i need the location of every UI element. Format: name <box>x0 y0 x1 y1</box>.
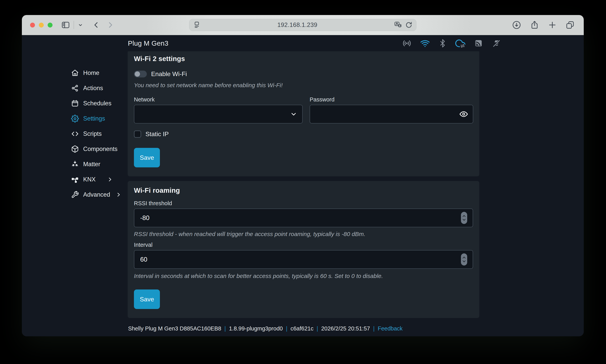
sidebar-item-scripts[interactable]: Scripts <box>71 126 128 142</box>
sidebar-item-label: Actions <box>83 85 103 92</box>
tab-overview-icon[interactable] <box>566 20 575 30</box>
number-stepper[interactable] <box>461 253 467 265</box>
sidebar-item-label: KNX <box>83 176 96 183</box>
wifi2-note: You need to set network name before enab… <box>134 82 473 89</box>
feedback-link[interactable]: Feedback <box>378 325 403 332</box>
chevron-down-icon <box>290 110 297 118</box>
wifi2-settings-card: Wi-Fi 2 settings Enable Wi-Fi You need t… <box>128 51 479 176</box>
close-window-button[interactable] <box>30 23 35 27</box>
gear-icon <box>71 115 79 122</box>
sidebar-item-advanced[interactable]: Advanced <box>71 187 128 202</box>
sidebar-item-label: Components <box>83 145 118 153</box>
cube-icon <box>71 145 79 153</box>
url-text[interactable]: 192.168.1.239 <box>201 21 394 28</box>
footer-separator: | <box>317 325 318 332</box>
card-title: Wi-Fi roaming <box>134 186 473 194</box>
matter-icon <box>71 160 79 168</box>
wifi-icon <box>420 39 430 48</box>
footer-separator: | <box>286 325 287 332</box>
zoom-window-button[interactable] <box>48 23 53 27</box>
forward-icon[interactable] <box>106 21 115 29</box>
sidebar-item-matter[interactable]: Matter <box>71 157 128 172</box>
static-ip-checkbox[interactable] <box>134 130 141 138</box>
shelly-app: Plug M Gen3 <box>22 35 584 336</box>
toolbar-divider <box>74 21 74 29</box>
eye-icon[interactable] <box>459 110 468 119</box>
cloud-sync-icon <box>455 38 465 48</box>
footer-firmware: 1.8.99-plugmg3prod0 <box>229 325 283 332</box>
translate-icon[interactable] <box>394 21 402 29</box>
network-label: Network <box>134 96 303 103</box>
interval-hint: Interval in seconds at which to scan for… <box>134 273 473 279</box>
wifi-roaming-card: Wi-Fi roaming RSSI threshold RSSI thresh… <box>128 181 479 318</box>
sidebar-item-label: Home <box>83 69 99 77</box>
rssi-threshold-input[interactable] <box>140 209 461 227</box>
code-icon <box>71 130 79 138</box>
enable-wifi-label: Enable Wi-Fi <box>151 70 187 78</box>
share-icon[interactable] <box>530 20 539 30</box>
reader-icon[interactable] <box>193 21 201 29</box>
knx-icon <box>71 176 79 183</box>
main-content: Wi-Fi 2 settings Enable Wi-Fi You need t… <box>128 51 479 336</box>
websocket-off-icon <box>492 39 501 48</box>
save-button[interactable]: Save <box>134 289 160 309</box>
back-icon[interactable] <box>92 21 101 29</box>
calendar-icon <box>71 100 79 107</box>
mqtt-icon <box>474 39 483 48</box>
sidebar-item-schedules[interactable]: Schedules <box>71 96 128 111</box>
status-icons <box>402 38 501 48</box>
card-title: Wi-Fi 2 settings <box>134 55 473 63</box>
sidebar-item-home[interactable]: Home <box>71 65 128 80</box>
sidebar-item-actions[interactable]: Actions <box>71 80 128 96</box>
save-button[interactable]: Save <box>134 148 160 167</box>
device-footer: Shelly Plug M Gen3 D885AC160EB8 | 1.8.99… <box>128 325 479 332</box>
wrench-icon <box>71 191 79 199</box>
reload-icon[interactable] <box>405 21 413 29</box>
sidebar-toggle-icon[interactable] <box>61 21 70 29</box>
bluetooth-icon <box>439 39 447 47</box>
sidebar-item-label: Settings <box>83 115 105 122</box>
sidebar-item-components[interactable]: Components <box>71 142 128 157</box>
address-bar[interactable]: 192.168.1.239 <box>189 19 417 31</box>
footer-separator: | <box>224 325 226 332</box>
minimize-window-button[interactable] <box>39 23 44 27</box>
rssi-hint: RSSI threshold - when reached will trigg… <box>134 231 473 237</box>
sidebar: Home Actions Schedules <box>22 51 128 336</box>
footer-separator: | <box>373 325 375 332</box>
tab-group-chevron-icon[interactable] <box>78 22 83 28</box>
sidebar-item-label: Schedules <box>83 100 111 107</box>
interval-label: Interval <box>134 242 473 248</box>
rssi-threshold-label: RSSI threshold <box>134 200 473 207</box>
footer-device-id: Shelly Plug M Gen3 D885AC160EB8 <box>128 325 221 332</box>
chevron-right-icon <box>116 192 121 198</box>
ap-icon <box>402 39 412 48</box>
browser-window: 192.168.1.239 <box>22 15 584 336</box>
footer-build: c6af621c <box>291 325 313 332</box>
static-ip-label: Static IP <box>146 130 169 138</box>
number-stepper[interactable] <box>461 212 467 224</box>
chevron-right-icon <box>107 177 113 182</box>
enable-wifi-toggle[interactable] <box>134 71 147 78</box>
password-input[interactable] <box>315 105 459 123</box>
interval-input[interactable] <box>140 250 461 268</box>
traffic-lights <box>30 23 53 27</box>
app-header: Plug M Gen3 <box>22 35 584 51</box>
browser-toolbar: 192.168.1.239 <box>22 15 584 35</box>
home-icon <box>71 69 79 77</box>
new-tab-icon[interactable] <box>548 21 557 29</box>
password-label: Password <box>310 96 473 103</box>
network-select[interactable] <box>134 105 303 123</box>
actions-icon <box>71 84 79 92</box>
download-icon[interactable] <box>512 20 521 30</box>
sidebar-item-knx[interactable]: KNX <box>71 172 128 187</box>
device-title: Plug M Gen3 <box>128 39 168 47</box>
footer-datetime: 2026/2/25 20:51:57 <box>321 325 370 332</box>
sidebar-item-settings[interactable]: Settings <box>71 111 128 126</box>
sidebar-item-label: Advanced <box>83 191 110 198</box>
sidebar-item-label: Scripts <box>83 130 102 137</box>
sidebar-item-label: Matter <box>83 161 100 168</box>
